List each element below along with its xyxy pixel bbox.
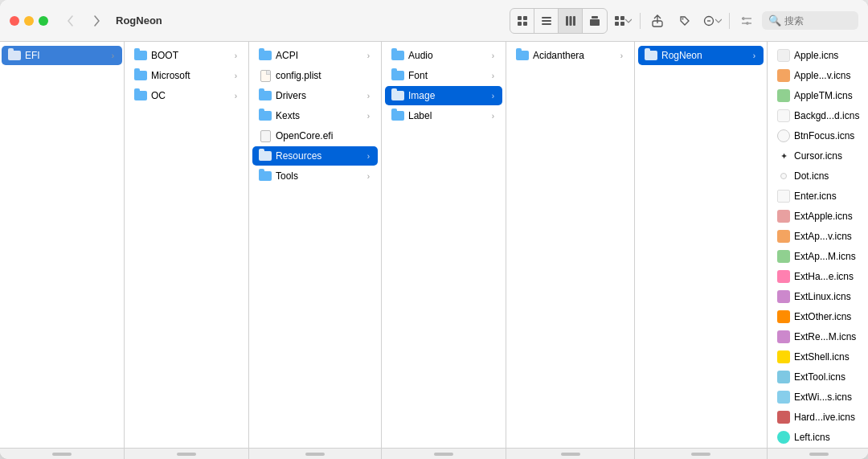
item-label: ExtLinux.icns: [794, 291, 859, 302]
column-7: Apple.icns Apple...v.icns AppleTM.icns: [768, 42, 868, 459]
finder-window: RogNeon: [0, 0, 868, 459]
folder-icon: [259, 89, 272, 102]
column-view-button[interactable]: [559, 9, 583, 33]
item-arrow: ›: [492, 92, 494, 100]
item-arrow: ›: [367, 152, 370, 161]
col1-items: EFI ›: [0, 42, 124, 448]
search-input[interactable]: [784, 15, 849, 27]
svg-rect-13: [620, 16, 624, 20]
item-label: ExtHa...e.icns: [794, 271, 859, 282]
item-arrow: ›: [235, 51, 237, 60]
search-icon: 🔍: [768, 14, 781, 27]
close-button[interactable]: [10, 16, 19, 26]
icns-icon: [777, 371, 790, 383]
list-item[interactable]: OC ›: [128, 86, 245, 105]
folder-icon: [391, 49, 404, 62]
item-label: BOOT: [151, 50, 231, 61]
list-item[interactable]: Hard...ive.icns: [771, 408, 867, 427]
list-item[interactable]: Label ›: [385, 106, 502, 125]
item-arrow: ›: [235, 92, 237, 100]
search-box[interactable]: 🔍: [762, 11, 858, 30]
col4-items: Audio › Font › Image ›: [382, 42, 506, 448]
icns-icon: [777, 270, 790, 283]
list-item[interactable]: Apple.icns: [771, 46, 867, 65]
list-item[interactable]: Left.icns: [771, 428, 867, 447]
list-item[interactable]: EFI ›: [2, 46, 122, 65]
traffic-lights: [10, 16, 48, 26]
list-item[interactable]: ExtOther.icns: [771, 307, 867, 326]
list-item[interactable]: Microsoft ›: [128, 66, 245, 85]
icns-icon: [777, 431, 790, 444]
folder-icon: [259, 109, 272, 122]
item-label: Kexts: [276, 110, 363, 121]
list-item[interactable]: ExtShell.icns: [771, 347, 867, 367]
list-item[interactable]: Resources ›: [252, 146, 378, 166]
item-arrow: ›: [367, 92, 370, 100]
svg-point-22: [747, 22, 748, 23]
forward-button[interactable]: [87, 11, 106, 31]
list-item[interactable]: BOOT ›: [128, 46, 245, 65]
column-3: ACPI › config.plist Drivers ›: [249, 42, 382, 459]
gallery-view-button[interactable]: [583, 9, 607, 33]
col7-items: Apple.icns Apple...v.icns AppleTM.icns: [768, 42, 868, 448]
options-button[interactable]: [735, 9, 759, 33]
svg-rect-9: [573, 16, 575, 26]
list-item[interactable]: Acidanthera ›: [510, 46, 631, 65]
icns-icon: ✦: [777, 150, 790, 162]
list-item[interactable]: ExtWi...s.icns: [771, 387, 867, 407]
list-item[interactable]: Apple...v.icns: [771, 66, 867, 85]
maximize-button[interactable]: [39, 16, 48, 26]
list-item[interactable]: ExtApple.icns: [771, 207, 867, 226]
group-button[interactable]: [611, 9, 635, 33]
list-item[interactable]: AppleTM.icns: [771, 86, 867, 105]
col3-bottom-bar: [249, 448, 381, 459]
item-label: ExtApple.icns: [794, 211, 859, 222]
col5-bottom-bar: [506, 448, 634, 459]
window-title: RogNeon: [116, 14, 162, 27]
list-item[interactable]: Enter.icns: [771, 186, 867, 206]
item-label: ExtAp...v.icns: [794, 231, 859, 242]
folder-icon: [645, 49, 657, 62]
item-arrow: ›: [367, 112, 370, 121]
folder-icon: [134, 49, 147, 62]
icon-view-button[interactable]: [510, 9, 534, 33]
more-button[interactable]: [700, 9, 724, 33]
list-item[interactable]: BtnFocus.icns: [771, 126, 867, 145]
list-item[interactable]: Image ›: [385, 86, 502, 105]
list-item[interactable]: ExtTool.icns: [771, 367, 867, 387]
tag-button[interactable]: [673, 9, 697, 33]
list-item[interactable]: Audio ›: [385, 46, 502, 65]
col4-bottom-bar: [382, 448, 506, 459]
minimize-button[interactable]: [24, 16, 34, 26]
item-label: Label: [408, 110, 488, 121]
list-item[interactable]: Drivers ›: [252, 86, 378, 105]
item-arrow: ›: [367, 51, 370, 60]
list-item[interactable]: config.plist: [252, 66, 378, 85]
item-label: Apple...v.icns: [794, 70, 859, 81]
titlebar: RogNeon: [0, 0, 868, 42]
folder-icon: [391, 69, 404, 82]
list-item[interactable]: ✦ Cursor.icns: [771, 146, 867, 166]
list-view-button[interactable]: [534, 9, 559, 33]
list-item[interactable]: ExtRe...M.icns: [771, 327, 867, 346]
item-label: OC: [151, 90, 231, 101]
list-item[interactable]: ExtAp...M.icns: [771, 247, 867, 266]
icns-icon: [777, 210, 790, 223]
list-item[interactable]: ExtHa...e.icns: [771, 267, 867, 286]
share-button[interactable]: [645, 9, 669, 33]
list-item[interactable]: ExtLinux.icns: [771, 287, 867, 306]
list-item[interactable]: ExtAp...v.icns: [771, 227, 867, 246]
list-item[interactable]: ACPI ›: [252, 46, 378, 65]
list-item[interactable]: Font ›: [385, 66, 502, 85]
list-item[interactable]: OpenCore.efi: [252, 126, 378, 145]
back-button[interactable]: [61, 11, 80, 31]
list-item[interactable]: Backgd...d.icns: [771, 106, 867, 125]
item-arrow: ›: [492, 112, 494, 121]
svg-rect-6: [542, 23, 551, 25]
item-label: ExtShell.icns: [794, 351, 859, 363]
list-item[interactable]: RogNeon ›: [638, 46, 764, 65]
list-item[interactable]: Tools ›: [252, 166, 378, 186]
scroll-nub: [809, 453, 829, 456]
list-item[interactable]: Dot.icns: [771, 166, 867, 186]
list-item[interactable]: Kexts ›: [252, 106, 378, 125]
